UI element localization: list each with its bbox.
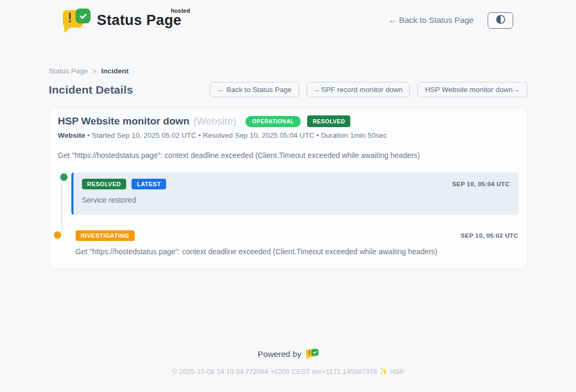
incident-description: Get "https://hostedstatus.page": context… [58, 151, 519, 160]
timeline-timestamp: SEP 10, 05:02 UTC [460, 232, 518, 239]
main-content: Status Page > Incident Incident Details … [49, 67, 528, 269]
timeline-resolved-badge: RESOLVED [82, 179, 127, 189]
exclamation-icon: ! [68, 11, 72, 24]
resolved-state-badge: RESOLVED [307, 115, 350, 127]
footer: Powered by ! © 2025-10-08 14:10:34.77208… [0, 348, 576, 376]
breadcrumb: Status Page > Incident [49, 67, 528, 75]
timeline-dot-investigating [54, 231, 61, 239]
incident-meta-details: • Started Sep 10, 2025 05:02 UTC • Resol… [85, 131, 387, 139]
brand-logo[interactable]: ! Status Page hosted [63, 8, 187, 32]
brand-name: Status Page hosted [97, 12, 187, 29]
timeline-connector-line [61, 179, 62, 232]
checkmark-icon [76, 9, 90, 23]
breadcrumb-status-page[interactable]: Status Page [49, 67, 88, 75]
powered-by: Powered by ! [258, 348, 318, 360]
powered-by-label: Powered by [258, 349, 301, 359]
back-to-status-page-button[interactable]: ← Back to Status Page [210, 82, 299, 97]
incident-meta: Website • Started Sep 10, 2025 05:02 UTC… [58, 131, 519, 139]
status-page-logo-icon: ! [63, 8, 90, 32]
next-incident-button[interactable]: HSP Website monitor down→ [417, 82, 527, 97]
header: ! Status Page hosted ← Back to Status Pa… [0, 0, 576, 34]
exclamation-icon: ! [308, 350, 310, 356]
timeline-latest-badge: LATEST [131, 179, 166, 189]
timeline-dot-resolved [60, 173, 68, 181]
breadcrumb-incident: Incident [101, 67, 129, 75]
brand-text: Status Page [97, 12, 182, 28]
timeline-message: Get "https://hostedstatus.page": context… [76, 247, 519, 256]
checkmark-icon [311, 349, 318, 356]
incident-timeline: RESOLVED LATEST SEP 10, 05:04 UTC Servic… [58, 172, 519, 256]
breadcrumb-separator: > [93, 68, 96, 75]
theme-toggle-button[interactable] [488, 12, 513, 29]
operational-status-badge: OPERATIONAL [245, 116, 301, 127]
incident-scope: (Website) [193, 115, 236, 127]
circle-half-icon [496, 14, 506, 26]
copyright-line: © 2025-10-08 14:10:34.772084 +0200 CEST … [0, 368, 576, 376]
header-back-to-status-page-link[interactable]: ← Back to Status Page [389, 15, 474, 25]
hsp-mini-logo-icon[interactable]: ! [306, 348, 318, 360]
incident-component: Website [58, 131, 86, 139]
timeline-timestamp: SEP 10, 05:04 UTC [452, 181, 509, 187]
timeline-investigating-badge: INVESTIGATING [76, 230, 135, 241]
timeline-message: Service restored [82, 196, 510, 204]
brand-superscript: hosted [171, 7, 190, 14]
timeline-entry-investigating: INVESTIGATING SEP 10, 05:02 UTC Get "htt… [71, 230, 519, 256]
logo-bubble-tail [64, 26, 72, 33]
incident-card: HSP Website monitor down (Website) OPERA… [49, 107, 528, 269]
incident-nav-buttons: ← Back to Status Page ←SPF record monito… [210, 82, 527, 97]
page-title: Incident Details [49, 84, 133, 96]
prev-incident-button[interactable]: ←SPF record monitor down [307, 82, 410, 97]
incident-title: HSP Website monitor down [58, 115, 190, 127]
timeline-entry-resolved: RESOLVED LATEST SEP 10, 05:04 UTC Servic… [71, 172, 519, 215]
